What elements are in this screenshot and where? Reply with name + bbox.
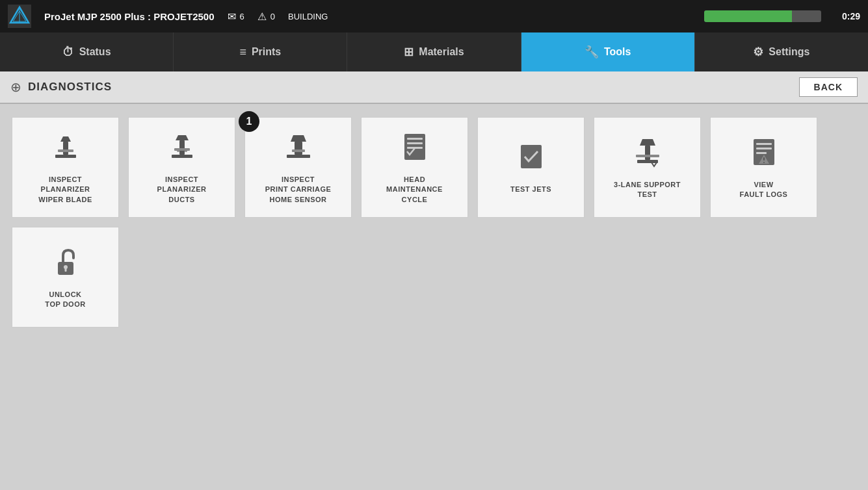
tab-status[interactable]: ⏱ Status [0, 32, 174, 71]
tools-tab-icon: 🔧 [585, 45, 599, 59]
tools-grid: INSPECTPLANARIZERWIPER BLADE INSPECTPLAN… [0, 104, 868, 341]
inspect-planarizer-ducts-icon [165, 130, 199, 168]
elapsed-time: 0:29 [834, 11, 860, 21]
svg-marker-6 [60, 136, 71, 142]
svg-point-12 [177, 149, 179, 152]
3-lane-support-test-icon [631, 135, 664, 174]
inspect-planarizer-wiper-blade-icon [49, 130, 83, 168]
tab-status-label: Status [79, 46, 111, 58]
test-jets-icon [514, 140, 548, 178]
view-fault-logs-icon [747, 135, 781, 174]
settings-tab-icon: ⚙ [753, 45, 763, 59]
inspect-planarizer-wiper-blade-label: INSPECTPLANARIZERWIPER BLADE [38, 175, 92, 205]
progress-bar-container [704, 10, 821, 22]
test-jets-label: TEST JETS [510, 185, 551, 194]
tab-prints-label: Prints [252, 46, 281, 58]
svg-marker-16 [291, 135, 306, 142]
messages-icon: ✉ [228, 10, 236, 23]
svg-rect-24 [645, 146, 650, 160]
tab-settings-label: Settings [769, 46, 809, 58]
svg-rect-4 [55, 155, 76, 158]
tab-tools-label: Tools [604, 46, 631, 58]
tile-unlock-top-door[interactable]: UNLOCKTOP DOOR [12, 227, 119, 328]
tile-view-fault-logs[interactable]: VIEWFAULT LOGS [710, 117, 817, 218]
tab-materials-label: Materials [419, 46, 464, 58]
unlock-top-door-icon [49, 245, 83, 283]
svg-rect-28 [756, 143, 772, 145]
svg-rect-11 [174, 148, 190, 151]
section-title: DIAGNOSTICS [28, 81, 112, 94]
tile-badge-1: 1 [239, 111, 259, 132]
svg-rect-9 [179, 140, 185, 155]
build-status: BUILDING [288, 12, 328, 21]
tile-head-maintenance-cycle[interactable]: HEADMAINTENANCECYCLE [361, 117, 468, 218]
diagnostics-icon: ⊕ [10, 79, 21, 95]
svg-rect-30 [756, 152, 767, 154]
progress-bar [704, 10, 792, 22]
section-header: ⊕ DIAGNOSTICS BACK [0, 71, 868, 104]
tile-test-jets[interactable]: TEST JETS [477, 117, 585, 218]
topbar: ProJet MJP 2500 Plus : PROJET2500 ✉ 6 ⚠ … [0, 0, 868, 32]
head-maintenance-cycle-label: HEADMAINTENANCECYCLE [386, 175, 443, 205]
svg-rect-15 [295, 142, 302, 155]
navigation-tabs: ⏱ Status ≡ Prints ⊞ Materials 🔧 Tools ⚙ … [0, 32, 868, 71]
svg-rect-8 [172, 155, 192, 158]
inspect-planarizer-ducts-label: INSPECTPLANARIZERDUCTS [157, 175, 207, 205]
page-content: ⊕ DIAGNOSTICS BACK INSPECTPLANARIZERWIPE… [0, 71, 868, 490]
tab-prints[interactable]: ≡ Prints [174, 32, 347, 71]
svg-rect-20 [407, 142, 423, 144]
inspect-print-carriage-home-sensor-label: INSPECTPRINT CARRIAGEHOME SENSOR [265, 175, 332, 205]
messages-count: 6 [240, 12, 244, 21]
svg-rect-23 [637, 160, 658, 163]
tab-settings[interactable]: ⚙ Settings [695, 32, 868, 71]
prints-tab-icon: ≡ [239, 45, 246, 59]
view-fault-logs-label: VIEWFAULT LOGS [740, 180, 788, 200]
svg-rect-7 [58, 149, 73, 152]
3-lane-support-test-label: 3-LANE SUPPORTTEST [614, 180, 681, 200]
svg-point-33 [763, 162, 765, 163]
tab-materials[interactable]: ⊞ Materials [347, 32, 521, 71]
status-tab-icon: ⏱ [62, 45, 74, 59]
unlock-top-door-label: UNLOCKTOP DOOR [45, 290, 85, 310]
svg-rect-36 [64, 268, 66, 272]
alerts-status: ⚠ 0 [257, 10, 275, 23]
svg-rect-14 [287, 155, 310, 158]
printer-title: ProJet MJP 2500 Plus : PROJET2500 [44, 11, 215, 22]
svg-marker-10 [176, 135, 189, 140]
svg-rect-5 [63, 142, 68, 155]
back-button[interactable]: BACK [799, 77, 858, 97]
svg-rect-17 [292, 149, 305, 152]
svg-point-13 [185, 149, 187, 152]
messages-status: ✉ 6 [228, 10, 244, 23]
svg-rect-26 [636, 155, 659, 157]
tab-tools[interactable]: 🔧 Tools [521, 32, 695, 71]
tile-inspect-planarizer-wiper-blade[interactable]: INSPECTPLANARIZERWIPER BLADE [12, 117, 119, 218]
svg-marker-25 [640, 139, 655, 146]
head-maintenance-cycle-icon [398, 130, 432, 168]
alerts-count: 0 [270, 12, 275, 21]
tile-inspect-planarizer-ducts[interactable]: INSPECTPLANARIZERDUCTS [128, 117, 235, 218]
alerts-icon: ⚠ [257, 10, 267, 23]
build-status-text: BUILDING [288, 12, 328, 21]
section-title-container: ⊕ DIAGNOSTICS [10, 79, 112, 95]
tile-3-lane-support-test[interactable]: 3-LANE SUPPORTTEST [594, 117, 701, 218]
svg-rect-29 [756, 148, 772, 149]
materials-tab-icon: ⊞ [404, 45, 414, 59]
svg-rect-32 [763, 157, 765, 161]
tile-inspect-print-carriage-home-sensor[interactable]: 1 INSPECTPRINT CARRIAGEHOME SENSOR [244, 117, 352, 218]
inspect-print-carriage-icon [282, 130, 315, 168]
svg-rect-22 [521, 145, 542, 168]
svg-rect-19 [407, 138, 423, 140]
app-logo [8, 5, 31, 28]
